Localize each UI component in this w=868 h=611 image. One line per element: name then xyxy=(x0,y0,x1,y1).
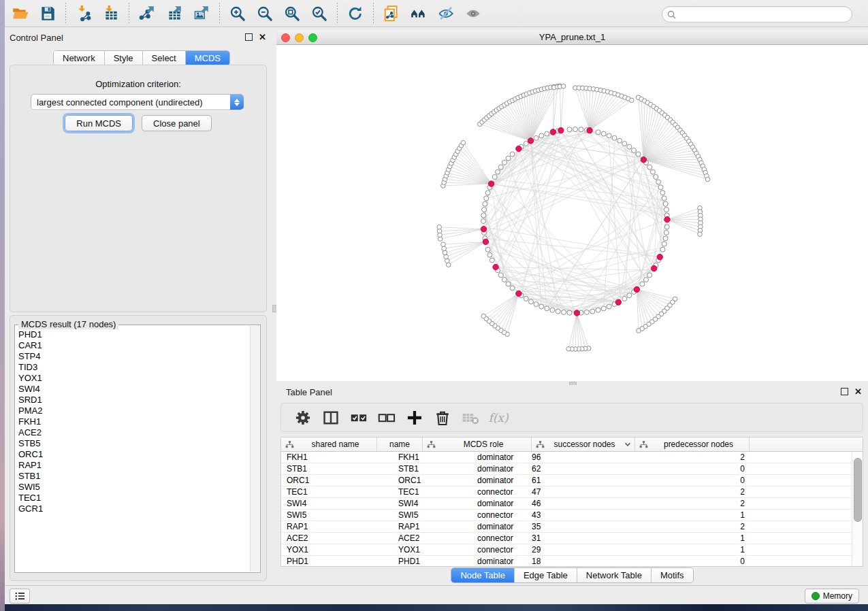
table-row[interactable]: ORC1ORC1dominator610 xyxy=(281,475,863,486)
tab-node-table[interactable]: Node Table xyxy=(451,568,515,582)
table-row[interactable]: YOX1YOX1connector291 xyxy=(281,544,863,556)
vertical-splitter[interactable] xyxy=(272,30,276,585)
clear-table-button[interactable] xyxy=(461,408,480,427)
table-cell[interactable]: 2 xyxy=(635,521,750,532)
float-panel-button[interactable] xyxy=(245,33,253,41)
table-cell[interactable]: 0 xyxy=(635,556,750,567)
graph-node[interactable] xyxy=(650,169,655,174)
graph-node[interactable] xyxy=(627,144,632,149)
graph-mcds-node[interactable] xyxy=(574,310,579,316)
run-mcds-button[interactable]: Run MCDS xyxy=(65,115,133,131)
graph-node[interactable] xyxy=(664,230,669,235)
graph-node[interactable] xyxy=(545,306,549,311)
graph-node[interactable] xyxy=(441,242,446,247)
table-cell[interactable]: 29 xyxy=(532,544,635,555)
column-header-predecessor-nodes[interactable]: predecessor nodes xyxy=(635,437,750,451)
zoom-in-button[interactable] xyxy=(227,3,248,24)
table-cell[interactable]: RAP1 xyxy=(281,521,377,532)
table-cell[interactable]: 31 xyxy=(532,533,635,544)
first-neighbors-button[interactable] xyxy=(408,3,430,24)
graph-node[interactable] xyxy=(502,160,507,165)
table-cell[interactable]: 61 xyxy=(532,475,635,486)
table-cell[interactable]: PHD1 xyxy=(377,556,423,567)
table-cell[interactable]: connector xyxy=(423,544,532,555)
graph-node[interactable] xyxy=(636,152,641,156)
zoom-out-button[interactable] xyxy=(254,3,276,24)
deselect-all-button[interactable] xyxy=(377,408,396,427)
table-cell[interactable]: ORC1 xyxy=(281,475,377,486)
graph-node[interactable] xyxy=(566,346,571,351)
graph-node[interactable] xyxy=(630,98,634,103)
tab-mcds[interactable]: MCDS xyxy=(186,51,229,65)
graph-node[interactable] xyxy=(485,247,490,252)
table-cell[interactable]: YOX1 xyxy=(377,544,423,555)
graph-node[interactable] xyxy=(510,286,515,291)
graph-node[interactable] xyxy=(492,174,497,179)
graph-mcds-node[interactable] xyxy=(587,127,592,133)
table-row[interactable]: SWI5SWI5connector431 xyxy=(281,510,863,521)
table-cell[interactable]: 1 xyxy=(635,533,750,544)
mcds-result-item[interactable]: YOX1 xyxy=(18,373,249,384)
new-network-from-selection-button[interactable] xyxy=(381,3,402,24)
export-network-button[interactable] xyxy=(136,3,158,24)
table-cell[interactable]: 35 xyxy=(532,521,635,532)
table-cell[interactable]: dominator xyxy=(423,475,532,486)
export-image-button[interactable] xyxy=(191,3,212,24)
close-panel-icon[interactable]: ✕ xyxy=(259,34,266,41)
split-panel-button[interactable] xyxy=(321,408,340,427)
graph-node[interactable] xyxy=(506,156,511,161)
graph-mcds-node[interactable] xyxy=(483,239,488,244)
network-canvas[interactable] xyxy=(276,45,868,381)
table-cell[interactable]: ACE2 xyxy=(377,533,423,544)
graph-node[interactable] xyxy=(596,308,600,312)
table-cell[interactable]: YOX1 xyxy=(281,544,377,555)
graph-node[interactable] xyxy=(567,310,572,315)
graph-mcds-node[interactable] xyxy=(664,216,670,222)
column-header-successor-nodes[interactable]: successor nodes xyxy=(532,437,635,451)
graph-node[interactable] xyxy=(658,185,663,190)
graph-node[interactable] xyxy=(663,236,668,241)
table-cell[interactable]: 96 xyxy=(532,452,635,463)
tab-network[interactable]: Network xyxy=(54,51,105,65)
task-history-button[interactable] xyxy=(10,589,30,604)
graph-node[interactable] xyxy=(622,296,627,301)
mcds-result-item[interactable]: GCR1 xyxy=(18,503,249,514)
graph-node[interactable] xyxy=(579,127,583,132)
graph-node[interactable] xyxy=(483,201,487,206)
table-cell[interactable]: PHD1 xyxy=(281,556,377,567)
table-row[interactable]: FKH1FKH1dominator962 xyxy=(281,452,863,463)
table-row[interactable]: PHD1PHD1dominator180 xyxy=(281,556,863,567)
table-cell[interactable]: 46 xyxy=(532,498,635,509)
mcds-result-item[interactable]: SWI4 xyxy=(18,384,249,395)
graph-mcds-node[interactable] xyxy=(516,146,521,151)
graph-node[interactable] xyxy=(662,242,666,246)
graph-node[interactable] xyxy=(502,278,507,282)
tab-select[interactable]: Select xyxy=(143,51,186,65)
import-network-button[interactable] xyxy=(73,3,95,24)
table-cell[interactable]: ACE2 xyxy=(281,533,377,544)
graph-node[interactable] xyxy=(607,133,611,138)
close-table-panel-icon[interactable]: ✕ xyxy=(854,389,862,395)
table-cell[interactable]: 2 xyxy=(635,498,750,509)
criterion-select[interactable]: largest connected component (undirected) xyxy=(31,94,244,110)
graph-node[interactable] xyxy=(660,191,665,195)
import-table-button[interactable] xyxy=(100,3,122,24)
table-cell[interactable]: SWI5 xyxy=(377,510,423,521)
graph-mcds-node[interactable] xyxy=(558,127,564,133)
show-all-button[interactable] xyxy=(462,3,484,24)
open-session-button[interactable] xyxy=(10,3,31,24)
graph-mcds-node[interactable] xyxy=(641,156,646,162)
table-scrollbar[interactable] xyxy=(852,452,862,565)
mcds-result-item[interactable]: STP4 xyxy=(18,351,249,362)
table-cell[interactable]: SWI4 xyxy=(377,498,423,509)
table-cell[interactable]: 2 xyxy=(635,452,750,463)
table-cell[interactable]: RAP1 xyxy=(377,521,423,532)
graph-node[interactable] xyxy=(654,174,658,179)
mcds-result-item[interactable]: SWI5 xyxy=(18,482,249,493)
graph-node[interactable] xyxy=(487,252,492,257)
graph-node[interactable] xyxy=(622,142,627,146)
table-cell[interactable]: dominator xyxy=(423,521,532,532)
graph-node[interactable] xyxy=(539,133,544,138)
graph-mcds-node[interactable] xyxy=(528,138,533,144)
table-cell[interactable]: connector xyxy=(423,510,532,521)
